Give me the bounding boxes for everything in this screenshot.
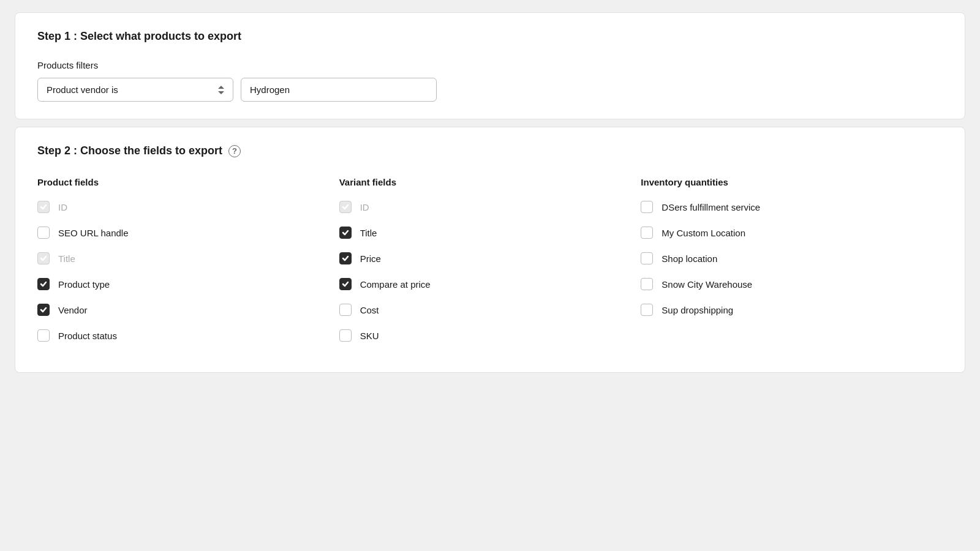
select-chevron-icon	[218, 86, 224, 94]
price-label: Price	[360, 253, 381, 264]
filters-label: Products filters	[37, 60, 943, 70]
list-item: Shop location	[641, 252, 930, 264]
compare-at-price-label: Compare at price	[360, 279, 431, 290]
product-id-checkbox	[37, 201, 50, 213]
sup-dropshipping-label: Sup dropshipping	[662, 305, 733, 315]
compare-at-price-checkbox[interactable]	[339, 278, 352, 290]
variant-fields-column: Variant fields ID Title	[339, 177, 641, 355]
list-item: Title	[37, 252, 327, 264]
vendor-label: Vendor	[58, 305, 88, 315]
list-item: Cost	[339, 304, 629, 316]
variant-fields-title: Variant fields	[339, 177, 629, 187]
variant-title-checkbox[interactable]	[339, 227, 352, 239]
variant-title-label: Title	[360, 228, 377, 238]
product-vendor-select[interactable]: Product vendor is	[37, 78, 233, 102]
list-item: DSers fulfillment service	[641, 201, 930, 213]
product-type-label: Product type	[58, 279, 110, 290]
filter-row: Product vendor is	[37, 78, 943, 102]
list-item: Compare at price	[339, 278, 629, 290]
list-item: Snow City Warehouse	[641, 278, 930, 290]
dsers-checkbox[interactable]	[641, 201, 653, 213]
step1-title: Step 1 : Select what products to export	[37, 30, 943, 43]
list-item: SEO URL handle	[37, 227, 327, 239]
list-item: SKU	[339, 329, 629, 342]
product-status-checkbox[interactable]	[37, 329, 50, 342]
sku-checkbox[interactable]	[339, 329, 352, 342]
step1-card: Step 1 : Select what products to export …	[15, 12, 965, 119]
cost-checkbox[interactable]	[339, 304, 352, 316]
shop-location-checkbox[interactable]	[641, 252, 653, 264]
product-fields-title: Product fields	[37, 177, 327, 187]
dsers-label: DSers fulfillment service	[662, 202, 760, 212]
filter-value-input[interactable]	[241, 78, 437, 102]
inventory-quantities-column: Inventory quantities DSers fulfillment s…	[641, 177, 943, 355]
step2-title: Step 2 : Choose the fields to export	[37, 144, 222, 157]
vendor-checkbox[interactable]	[37, 304, 50, 316]
seo-url-checkbox[interactable]	[37, 227, 50, 239]
snow-city-label: Snow City Warehouse	[662, 279, 752, 290]
list-item: Vendor	[37, 304, 327, 316]
inventory-quantities-title: Inventory quantities	[641, 177, 930, 187]
list-item: Title	[339, 227, 629, 239]
product-fields-column: Product fields ID SEO URL handle Title	[37, 177, 339, 355]
product-type-checkbox[interactable]	[37, 278, 50, 290]
cost-label: Cost	[360, 305, 379, 315]
list-item: Product status	[37, 329, 327, 342]
list-item: ID	[37, 201, 327, 213]
variant-id-label: ID	[360, 202, 369, 212]
list-item: My Custom Location	[641, 227, 930, 239]
list-item: Sup dropshipping	[641, 304, 930, 316]
product-id-label: ID	[58, 202, 67, 212]
list-item: Price	[339, 252, 629, 264]
price-checkbox[interactable]	[339, 252, 352, 264]
list-item: ID	[339, 201, 629, 213]
custom-location-label: My Custom Location	[662, 228, 745, 238]
sku-label: SKU	[360, 331, 379, 341]
custom-location-checkbox[interactable]	[641, 227, 653, 239]
seo-url-label: SEO URL handle	[58, 228, 129, 238]
help-icon[interactable]: ?	[228, 145, 241, 157]
variant-id-checkbox	[339, 201, 352, 213]
filter-select-value: Product vendor is	[47, 84, 118, 95]
shop-location-label: Shop location	[662, 253, 717, 264]
step2-card: Step 2 : Choose the fields to export ? P…	[15, 127, 965, 373]
sup-dropshipping-checkbox[interactable]	[641, 304, 653, 316]
product-title-label: Title	[58, 253, 75, 264]
product-status-label: Product status	[58, 331, 117, 341]
fields-grid: Product fields ID SEO URL handle Title	[37, 177, 943, 355]
snow-city-checkbox[interactable]	[641, 278, 653, 290]
list-item: Product type	[37, 278, 327, 290]
step2-title-row: Step 2 : Choose the fields to export ?	[37, 144, 943, 157]
product-title-checkbox	[37, 252, 50, 264]
